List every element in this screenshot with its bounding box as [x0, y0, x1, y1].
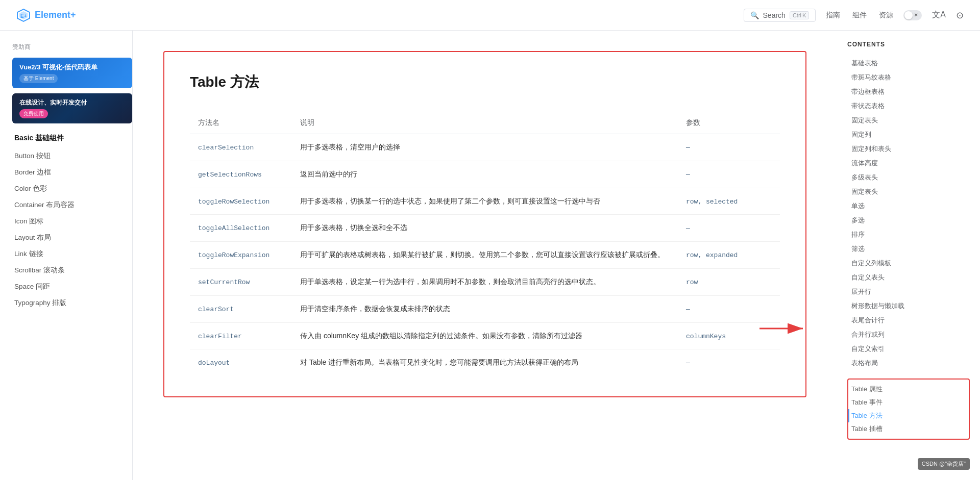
k-key: K [802, 12, 806, 18]
table-row: clearSort 用于清空排序条件，数据会恢复成未排序的状态 — [190, 295, 780, 322]
section-title: Basic 基础组件 [12, 134, 132, 143]
contents-item-11[interactable]: 多选 [847, 213, 970, 228]
method-name: toggleAllSelection [198, 224, 270, 232]
annotation-item-3[interactable]: Table 插槽 [848, 422, 969, 436]
method-desc-cell: 用于多选表格，切换全选和全不选 [292, 215, 678, 242]
svg-text:E+: E+ [20, 13, 27, 19]
page-layout: 赞助商 Vue2/3 可视化-低代码表单 基于 Element 在线设计、实时开… [0, 31, 980, 480]
sidebar-item-color[interactable]: Color 色彩 [12, 181, 132, 197]
theme-toggle[interactable]: ☀ [903, 10, 922, 20]
method-desc-cell: 对 Table 进行重新布局。当表格可见性变化时，您可能需要调用此方法以获得正确… [292, 349, 678, 376]
contents-item-10[interactable]: 单选 [847, 199, 970, 213]
banner2-free: 免费使用 [19, 109, 48, 118]
nav-guide[interactable]: 指南 [826, 11, 840, 20]
method-param: — [686, 224, 690, 232]
method-name: toggleRowSelection [198, 198, 270, 206]
nav-resources[interactable]: 资源 [879, 11, 893, 20]
search-shortcut: Ctrl K [790, 11, 809, 19]
contents-item-17[interactable]: 树形数据与懒加载 [847, 299, 970, 313]
method-name-cell: setCurrentRow [190, 268, 292, 295]
search-label: Search [763, 11, 786, 19]
method-param-cell: row, selected [678, 188, 780, 215]
method-desc-cell: 返回当前选中的行 [292, 161, 678, 188]
table-row: doLayout 对 Table 进行重新布局。当表格可见性变化时，您可能需要调… [190, 349, 780, 376]
content-box: Table 方法 方法名 说明 参数 clearSelection 用于多选表格… [163, 51, 806, 397]
github-link[interactable]: ⊙ [956, 10, 964, 21]
contents-item-13[interactable]: 筛选 [847, 242, 970, 256]
sponsor-banner-1[interactable]: Vue2/3 可视化-低代码表单 基于 Element [12, 58, 132, 88]
contents-item-0[interactable]: 基础表格 [847, 56, 970, 70]
search-icon: 🔍 [750, 11, 759, 19]
method-name: clearSort [198, 306, 234, 313]
contents-item-16[interactable]: 展开行 [847, 285, 970, 299]
main-content: Table 方法 方法名 说明 参数 clearSelection 用于多选表格… [133, 31, 837, 480]
contents-item-5[interactable]: 固定列 [847, 128, 970, 142]
right-sidebar: CONTENTS 基础表格 带斑马纹表格 带边框表格 带状态表格 固定表头 固定… [837, 31, 980, 480]
contents-item-21[interactable]: 表格布局 [847, 356, 970, 370]
method-desc-cell: 用于清空排序条件，数据会恢复成未排序的状态 [292, 295, 678, 322]
method-param: columnKeys [686, 333, 726, 340]
sidebar-item-scrollbar[interactable]: Scrollbar 滚动条 [12, 262, 132, 279]
method-param-cell: — [678, 134, 780, 161]
method-param-cell: columnKeys [678, 322, 780, 349]
method-param-cell: row [678, 268, 780, 295]
method-name-cell: getSelectionRows [190, 161, 292, 188]
annotation-item-2[interactable]: Table 方法 [848, 409, 969, 422]
table-row: toggleRowSelection 用于多选表格，切换某一行的选中状态，如果使… [190, 188, 780, 215]
method-param-cell: — [678, 215, 780, 242]
contents-item-8[interactable]: 多级表头 [847, 170, 970, 185]
contents-title: CONTENTS [847, 41, 970, 48]
sponsor-label: 赞助商 [12, 43, 132, 52]
nav-components[interactable]: 组件 [852, 11, 867, 20]
methods-table: 方法名 说明 参数 clearSelection 用于多选表格，清空用户的选择 … [190, 112, 780, 376]
contents-item-15[interactable]: 自定义表头 [847, 270, 970, 285]
contents-item-19[interactable]: 合并行或列 [847, 327, 970, 342]
contents-item-3[interactable]: 带状态表格 [847, 99, 970, 113]
sponsor-banner-2[interactable]: 在线设计、实时开发交付 免费使用 [12, 93, 132, 123]
annotation-item-0[interactable]: Table 属性 [848, 383, 969, 396]
contents-item-12[interactable]: 排序 [847, 228, 970, 242]
contents-item-4[interactable]: 固定表头 [847, 113, 970, 128]
method-param: — [686, 144, 690, 151]
contents-item-18[interactable]: 表尾合计行 [847, 313, 970, 327]
banner1-subtitle: 基于 Element [19, 74, 58, 83]
method-desc-cell: 传入由 columnKey 组成的数组以清除指定列的过滤条件。如果没有参数，清除… [292, 322, 678, 349]
sidebar-item-layout[interactable]: Layout 布局 [12, 230, 132, 246]
contents-item-2[interactable]: 带边框表格 [847, 85, 970, 99]
method-desc-cell: 用于单选表格，设定某一行为选中行，如果调用时不加参数，则会取消目前高亮行的选中状… [292, 268, 678, 295]
method-name-cell: toggleRowExpansion [190, 242, 292, 269]
method-name-cell: toggleRowSelection [190, 188, 292, 215]
contents-item-6[interactable]: 固定列和表头 [847, 142, 970, 156]
contents-item-14[interactable]: 自定义列模板 [847, 256, 970, 270]
sidebar-item-icon[interactable]: Icon 图标 [12, 213, 132, 230]
method-name-cell: toggleAllSelection [190, 215, 292, 242]
sidebar-item-button[interactable]: Button 按钮 [12, 148, 132, 164]
logo-icon: E+ [16, 8, 31, 22]
table-row: getSelectionRows 返回当前选中的行 — [190, 161, 780, 188]
table-row: toggleRowExpansion 用于可扩展的表格或树表格，如果某行被扩展，… [190, 242, 780, 269]
method-param: — [686, 306, 690, 313]
sidebar-item-link[interactable]: Link 链接 [12, 246, 132, 262]
logo[interactable]: E+ Element+ [16, 8, 76, 22]
method-param-cell: row, expanded [678, 242, 780, 269]
method-name-cell: clearSort [190, 295, 292, 322]
sidebar-item-space[interactable]: Space 间距 [12, 279, 132, 295]
language-switch[interactable]: 文A [932, 10, 946, 20]
contents-item-20[interactable]: 自定义索引 [847, 342, 970, 356]
col-header-desc: 说明 [292, 112, 678, 134]
contents-item-9[interactable]: 固定表头 [847, 185, 970, 199]
contents-item-7[interactable]: 流体高度 [847, 156, 970, 170]
table-row: setCurrentRow 用于单选表格，设定某一行为选中行，如果调用时不加参数… [190, 268, 780, 295]
contents-item-1[interactable]: 带斑马纹表格 [847, 70, 970, 85]
sidebar-item-container[interactable]: Container 布局容器 [12, 197, 132, 213]
method-param: — [686, 359, 690, 367]
sidebar-item-typography[interactable]: Typography 排版 [12, 295, 132, 311]
search-button[interactable]: 🔍 Search Ctrl K [744, 9, 816, 22]
table-row: clearFilter 传入由 columnKey 组成的数组以清除指定列的过滤… [190, 322, 780, 349]
left-sidebar: 赞助商 Vue2/3 可视化-低代码表单 基于 Element 在线设计、实时开… [0, 31, 133, 480]
annotation-item-1[interactable]: Table 事件 [848, 396, 969, 409]
top-navigation: E+ Element+ 🔍 Search Ctrl K 指南 组件 资源 ☀ 文… [0, 0, 980, 31]
sidebar-item-border[interactable]: Border 边框 [12, 164, 132, 181]
method-param-cell: — [678, 161, 780, 188]
method-name: clearFilter [198, 333, 242, 340]
